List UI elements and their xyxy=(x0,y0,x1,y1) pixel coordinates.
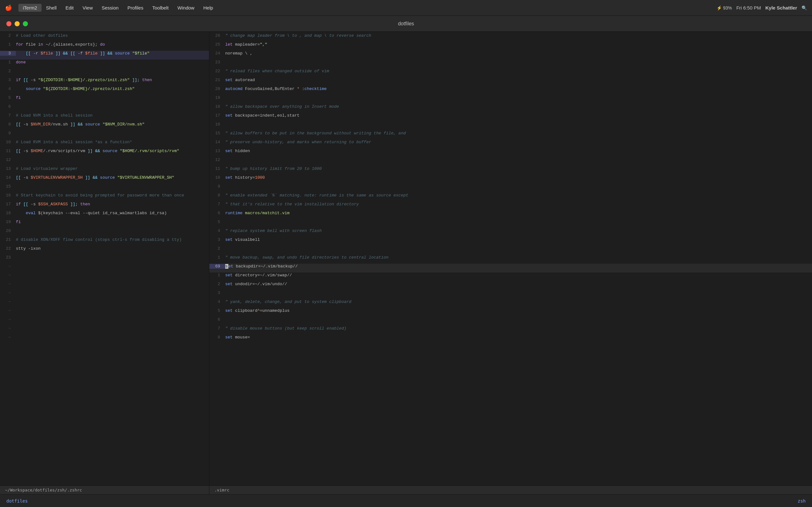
vim-line-4: 4 " replace system bell with screen flas… xyxy=(209,228,812,237)
menu-shell[interactable]: Shell xyxy=(42,4,61,12)
code-line-tilde2: ~ xyxy=(0,273,209,281)
line-content: fi xyxy=(16,220,21,224)
line-num: 18 xyxy=(209,104,225,109)
line-num: 2 xyxy=(209,282,225,286)
code-line-l24: 21 # disable XON/XOFF flow control (stop… xyxy=(0,237,209,246)
line-content: source "${ZDOTDIR:-$HOME}/.zprezto/init.… xyxy=(16,87,135,91)
line-content: # disable XON/XOFF flow control (stops c… xyxy=(16,237,182,242)
line-num: 10 xyxy=(209,175,225,180)
line-content: " yank, delete, change, and put to syste… xyxy=(225,299,351,304)
code-line-tilde9: ~ xyxy=(0,335,209,343)
line-num: 4 xyxy=(0,87,16,91)
line-content: # Start keychain to avoid being prompted… xyxy=(16,193,184,198)
minimize-button[interactable] xyxy=(14,21,20,26)
window-controls[interactable] xyxy=(6,21,28,26)
clock: Fri 6:50 PM xyxy=(736,5,761,10)
line-num-tilde: ~ xyxy=(0,326,16,331)
vim-line-6: 6 runtime macros/matchit.vim xyxy=(209,210,812,219)
code-line-tilde3: ~ xyxy=(0,281,209,290)
tab-zsh[interactable]: zsh xyxy=(798,498,806,504)
line-content: " enable extended `%` matching. note: ru… xyxy=(225,193,408,198)
line-num: 1 xyxy=(209,273,225,278)
titlebar: dotfiles xyxy=(0,16,812,32)
line-num: 3 xyxy=(0,78,16,82)
line-content: # Load NVM into a shell session xyxy=(16,113,93,118)
line-content: set clipboard^=unnamedplus xyxy=(225,308,290,313)
vim-line-24: 24 noremap \ , xyxy=(209,51,812,60)
code-line-l14: 11 [[ -s $HOME/.rvm/scripts/rvm ]] && so… xyxy=(0,148,209,157)
line-num: 16 xyxy=(0,193,16,198)
menu-profiles[interactable]: Profiles xyxy=(123,4,148,12)
line-num: 8 xyxy=(209,335,225,340)
code-line-l15: 12 xyxy=(0,157,209,166)
menu-edit[interactable]: Edit xyxy=(61,4,78,12)
close-button[interactable] xyxy=(6,21,11,26)
menu-window[interactable]: Window xyxy=(173,4,199,12)
menu-help[interactable]: Help xyxy=(199,4,217,12)
line-num: 9 xyxy=(0,131,16,135)
line-content: # Load other dotfiles xyxy=(16,33,68,38)
code-line-l23: 20 xyxy=(0,228,209,237)
vim-line-r2: 2 set undodir=~/.vim/undo// xyxy=(209,281,812,290)
line-content: " bump up history limit from 20 to 1000 xyxy=(225,166,322,171)
vim-line-15: 15 " allow buffers to be put in the back… xyxy=(209,130,812,139)
line-content: stty -ixon xyxy=(16,246,41,251)
vim-line-19: 19 xyxy=(209,95,812,104)
line-content: if [[ -s "${ZDOTDIR:-$HOME}/.zprezto/ini… xyxy=(16,78,152,82)
vim-line-23: 23 xyxy=(209,60,812,68)
menu-session[interactable]: Session xyxy=(97,4,123,12)
menu-view[interactable]: View xyxy=(78,4,97,12)
line-num: 2 xyxy=(0,33,16,38)
line-num: 3 xyxy=(209,291,225,295)
line-num: 26 xyxy=(209,33,225,38)
line-num: 13 xyxy=(209,149,225,153)
window-title: dotfiles xyxy=(398,21,414,26)
maximize-button[interactable] xyxy=(23,21,28,26)
code-line-l6: 3 if [[ -s "${ZDOTDIR:-$HOME}/.zprezto/i… xyxy=(0,77,209,86)
line-content: set backspace=indent,eol,start xyxy=(225,113,299,118)
line-num-tilde: ~ xyxy=(0,299,16,304)
tab-bar[interactable]: dotfiles zsh xyxy=(0,494,812,507)
line-num-tilde: ~ xyxy=(0,291,16,295)
code-line-l20: 17 if [[ -s $SSH_ASKPASS ]]; then xyxy=(0,202,209,210)
line-num: 5 xyxy=(209,220,225,224)
line-content: autocmd FocusGained,BufEnter * :checktim… xyxy=(225,87,327,91)
vim-line-18: 18 " allow backspace over anything in In… xyxy=(209,104,812,113)
code-line-tilde8: ~ xyxy=(0,326,209,335)
line-num: 10 xyxy=(0,140,16,145)
vim-line-17: 17 set backspace=indent,eol,start xyxy=(209,113,812,122)
line-num: 25 xyxy=(209,42,225,47)
left-filepath: ~/Workspace/dotfiles/zsh/.zshrc xyxy=(5,488,82,493)
line-content: " disable mouse buttons (but keep scroll… xyxy=(225,326,346,331)
line-content: " replace system bell with screen flash xyxy=(225,228,322,233)
line-num: 21 xyxy=(209,78,225,82)
vim-line-10: 10 set history=1000 xyxy=(209,175,812,184)
line-content: noremap \ , xyxy=(225,51,252,56)
vim-line-16: 16 xyxy=(209,122,812,130)
line-num: 5 xyxy=(0,95,16,100)
line-num: 20 xyxy=(209,87,225,91)
line-num: 9 xyxy=(209,184,225,189)
apple-menu[interactable]: 🍎 xyxy=(5,4,12,11)
code-line-l18: 15 xyxy=(0,184,209,193)
line-num-tilde: ~ xyxy=(0,282,16,286)
line-num: 23 xyxy=(209,60,225,65)
left-pane[interactable]: 2 # Load other dotfiles 1 for file in ~/… xyxy=(0,32,209,494)
line-num-tilde: ~ xyxy=(0,273,16,278)
line-content: fi xyxy=(16,95,21,100)
search-icon[interactable]: 🔍 xyxy=(802,5,807,10)
menu-iterm2[interactable]: iTerm2 xyxy=(18,4,42,12)
line-content: " reload files when changed outside of v… xyxy=(225,69,329,73)
menu-toolbelt[interactable]: Toolbelt xyxy=(148,4,173,12)
right-status-bar: .vimrc xyxy=(209,486,812,494)
line-num: 12 xyxy=(0,158,16,162)
line-content: " move backup, swap, and undo file direc… xyxy=(225,255,389,260)
right-code-area[interactable]: 26 " change map leader from \ to , and m… xyxy=(209,32,812,486)
left-code-area[interactable]: 2 # Load other dotfiles 1 for file in ~/… xyxy=(0,32,209,486)
tab-dotfiles[interactable]: dotfiles xyxy=(6,498,28,504)
line-num: 17 xyxy=(209,113,225,118)
left-status-bar: ~/Workspace/dotfiles/zsh/.zshrc xyxy=(0,486,209,494)
code-line-l8: 5 fi xyxy=(0,95,209,104)
right-pane[interactable]: 26 " change map leader from \ to , and m… xyxy=(209,32,812,494)
line-num: 8 xyxy=(0,122,16,127)
